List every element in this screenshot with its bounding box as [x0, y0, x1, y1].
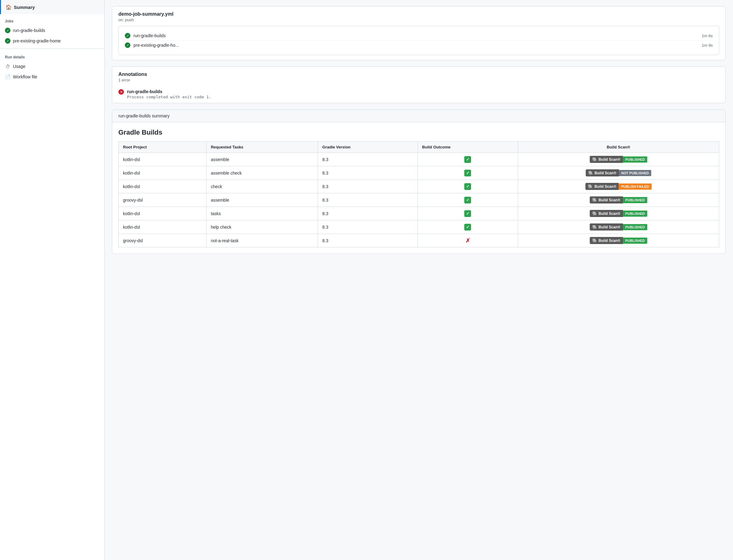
build-scan-badge[interactable]: 🐘 Build Scan® PUBLISHED — [590, 210, 647, 217]
annotation-job-name[interactable]: run-gradle-builds — [127, 89, 162, 94]
workflow-card: demo-job-summary.yml on: push ✓ run-grad… — [112, 6, 726, 60]
workflow-trigger: on: push — [118, 18, 719, 22]
cell-root-project: kotlin-dsl — [119, 220, 207, 234]
workflow-filename: demo-job-summary.yml — [118, 11, 719, 17]
cell-gradle-version: 8.3 — [318, 193, 418, 207]
file-icon: 📄 — [5, 74, 10, 80]
cell-build-scan: 🐘 Build Scan® PUBLISH FAILED — [518, 180, 719, 193]
job1-name: run-gradle-builds — [133, 33, 166, 38]
table-row: groovy-dslassemble8.3✓ 🐘 Build Scan® PUB… — [119, 193, 719, 207]
job-label-pre-existing: pre-existing-gradle-home — [13, 38, 61, 43]
table-header-row: Root Project Requested Tasks Gradle Vers… — [119, 142, 719, 153]
col-requested-tasks: Requested Tasks — [206, 142, 318, 153]
outcome-x-icon: ✗ — [466, 238, 470, 244]
cell-build-outcome: ✓ — [418, 166, 518, 180]
build-scan-status: PUBLISHED — [623, 156, 648, 163]
summary-section-header: run-gradle-builds summary — [112, 110, 725, 122]
gradle-elephant-icon: 🐘 — [592, 198, 597, 202]
cell-build-scan: 🐘 Build Scan® NOT PUBLISHED — [518, 166, 719, 180]
cell-root-project: kotlin-dsl — [119, 180, 207, 193]
cell-root-project: groovy-dsl — [119, 234, 207, 247]
build-scan-badge[interactable]: 🐘 Build Scan® PUBLISHED — [590, 237, 647, 244]
build-scan-status: PUBLISHED — [623, 238, 648, 244]
job-name-left-2: ✓ pre-existing-gradle-ho... — [125, 42, 179, 48]
cell-build-scan: 🐘 Build Scan® PUBLISHED — [518, 220, 719, 234]
job2-duration: 1m 9s — [702, 43, 713, 48]
build-scan-left: 🐘 Build Scan® — [590, 237, 623, 244]
job1-success-icon: ✓ — [125, 33, 130, 38]
annotation-error-icon: ✕ — [118, 89, 124, 95]
cell-root-project: kotlin-dsl — [119, 207, 207, 220]
outcome-check-icon: ✓ — [464, 197, 471, 203]
outcome-check-icon: ✓ — [464, 183, 471, 190]
cell-gradle-version: 8.3 — [318, 234, 418, 247]
build-scan-left: 🐘 Build Scan® — [590, 210, 623, 217]
cell-build-outcome: ✗ — [418, 234, 518, 247]
sidebar-item-workflow-file[interactable]: 📄 Workflow file — [0, 72, 104, 82]
build-scan-badge[interactable]: 🐘 Build Scan® NOT PUBLISHED — [586, 169, 652, 176]
cell-tasks: check — [206, 180, 318, 193]
sidebar: 🏠 Summary Jobs ✓ run-gradle-builds ✓ pre… — [0, 0, 104, 560]
cell-build-outcome: ✓ — [418, 220, 518, 234]
build-scan-left: 🐘 Build Scan® — [585, 183, 619, 190]
cell-gradle-version: 8.3 — [318, 180, 418, 193]
build-scan-badge[interactable]: 🐘 Build Scan® PUBLISHED — [590, 156, 647, 163]
annotations-card-header: Annotations 1 error — [112, 67, 725, 86]
job1-duration: 1m 8s — [702, 34, 713, 38]
cell-root-project: groovy-dsl — [119, 193, 207, 207]
usage-label: Usage — [13, 64, 25, 69]
clock-icon: ⏱ — [5, 64, 10, 69]
gradle-builds-title: Gradle Builds — [112, 122, 725, 141]
job-label-run-gradle-builds: run-gradle-builds — [13, 28, 45, 33]
sidebar-item-usage[interactable]: ⏱ Usage — [0, 61, 104, 72]
annotation-message: Process completed with exit code 1. — [127, 95, 211, 99]
build-scan-status: PUBLISHED — [623, 211, 648, 217]
gradle-elephant-icon: 🐘 — [588, 184, 593, 189]
table-row: kotlin-dsltasks8.3✓ 🐘 Build Scan® PUBLIS… — [119, 207, 719, 220]
main-content: demo-job-summary.yml on: push ✓ run-grad… — [104, 0, 733, 560]
sidebar-item-run-gradle-builds[interactable]: ✓ run-gradle-builds — [0, 25, 104, 36]
sidebar-item-pre-existing-gradle-home[interactable]: ✓ pre-existing-gradle-home — [0, 36, 104, 46]
job-summary-row-2: ✓ pre-existing-gradle-ho... 1m 9s — [125, 40, 713, 50]
workflow-file-label: Workflow file — [13, 74, 37, 79]
jobs-summary-box: ✓ run-gradle-builds 1m 8s ✓ pre-existing… — [118, 26, 719, 55]
run-details-label: Run details — [0, 51, 104, 61]
build-scan-left: 🐘 Build Scan® — [586, 169, 619, 176]
cell-tasks: tasks — [206, 207, 318, 220]
job2-name: pre-existing-gradle-ho... — [133, 43, 179, 48]
cell-build-scan: 🐘 Build Scan® PUBLISHED — [518, 234, 719, 247]
annotations-card: Annotations 1 error ✕ run-gradle-builds … — [112, 66, 726, 103]
success-icon-2: ✓ — [5, 38, 10, 44]
job-summary-row-1: ✓ run-gradle-builds 1m 8s — [125, 31, 713, 40]
summary-section-card: run-gradle-builds summary Gradle Builds … — [112, 109, 726, 254]
cell-root-project: kotlin-dsl — [119, 166, 207, 180]
build-scan-badge[interactable]: 🐘 Build Scan® PUBLISHED — [590, 196, 647, 203]
col-root-project: Root Project — [119, 142, 207, 153]
table-row: kotlin-dslassemble check8.3✓ 🐘 Build Sca… — [119, 166, 719, 180]
sidebar-summary-item[interactable]: 🏠 Summary — [0, 0, 104, 14]
workflow-card-header: demo-job-summary.yml on: push — [112, 6, 725, 26]
build-scan-status: NOT PUBLISHED — [619, 170, 652, 176]
jobs-section-label: Jobs — [0, 14, 104, 25]
annotation-text: run-gradle-builds Process completed with… — [127, 89, 211, 99]
cell-gradle-version: 8.3 — [318, 207, 418, 220]
cell-build-outcome: ✓ — [418, 153, 518, 166]
build-scan-badge[interactable]: 🐘 Build Scan® PUBLISHED — [590, 223, 647, 231]
success-icon: ✓ — [5, 28, 10, 33]
sidebar-divider — [0, 49, 104, 49]
build-scan-status: PUBLISH FAILED — [619, 183, 651, 190]
gradle-elephant-icon: 🐘 — [592, 157, 597, 162]
outcome-check-icon: ✓ — [464, 224, 471, 231]
annotations-title: Annotations — [118, 72, 719, 77]
col-build-scan: Build Scan® — [518, 142, 719, 153]
cell-tasks: assemble check — [206, 166, 318, 180]
outcome-check-icon: ✓ — [464, 156, 471, 163]
build-scan-badge[interactable]: 🐘 Build Scan® PUBLISH FAILED — [585, 183, 651, 190]
cell-gradle-version: 8.3 — [318, 166, 418, 180]
annotation-error-count: 1 error — [118, 78, 719, 82]
cell-tasks: assemble — [206, 153, 318, 166]
gradle-elephant-icon: 🐘 — [588, 171, 593, 175]
table-row: kotlin-dslcheck8.3✓ 🐘 Build Scan® PUBLIS… — [119, 180, 719, 193]
gradle-elephant-icon: 🐘 — [592, 225, 597, 229]
build-scan-left: 🐘 Build Scan® — [590, 156, 623, 163]
